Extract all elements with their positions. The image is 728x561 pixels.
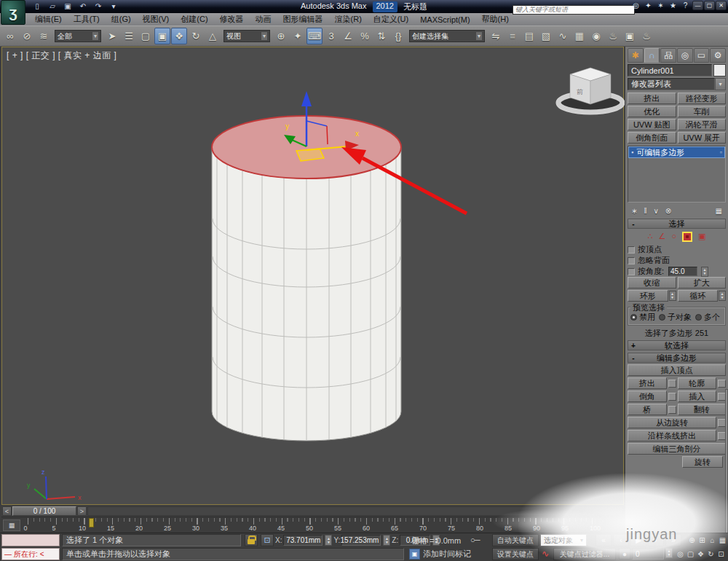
save-file-icon[interactable]: ▣ — [61, 1, 74, 12]
angle-snap-icon[interactable]: ∠ — [340, 28, 356, 44]
render-setup-icon[interactable]: ♨ — [605, 28, 621, 44]
menu-group[interactable]: 组(G) — [106, 13, 137, 26]
unlink-selection-icon[interactable]: ⊘ — [19, 28, 35, 44]
help-icon[interactable]: ? — [681, 1, 690, 9]
schematic-view-icon[interactable]: ▦ — [571, 28, 587, 44]
outline-button[interactable]: 轮廓 — [678, 377, 717, 389]
angle-value-field[interactable]: 45.0 — [668, 267, 697, 276]
make-unique-icon[interactable]: ∨ — [654, 207, 659, 215]
search-icon[interactable]: ◎ — [631, 1, 641, 9]
x-spinner[interactable] — [325, 535, 332, 546]
close-button[interactable]: ✕ — [716, 1, 727, 10]
menu-help[interactable]: 帮助(H) — [476, 13, 515, 26]
maximize-button[interactable]: ▢ — [704, 1, 715, 10]
maxscript-listener-line[interactable]: — 所在行: < — [1, 548, 60, 560]
key-mode-toggle-icon[interactable]: ● — [619, 548, 630, 560]
select-by-name-icon[interactable]: ☰ — [121, 28, 137, 44]
by-angle-checkbox[interactable]: 按角度: 45.0 — [628, 266, 726, 277]
stack-item-status-icon[interactable]: ▫ — [720, 149, 722, 156]
modifier-optimize-button[interactable]: 优化 — [628, 106, 676, 117]
menu-modifiers[interactable]: 修改器 — [214, 13, 250, 26]
mirror-icon[interactable]: ⇋ — [488, 28, 504, 44]
menu-create[interactable]: 创建(C) — [175, 13, 213, 26]
menu-maxscript[interactable]: MAXScript(M) — [414, 13, 475, 26]
next-frame-step-button[interactable]: > — [77, 506, 87, 516]
modifier-path-deform-button[interactable]: 路径变形 — [678, 93, 727, 104]
select-object-icon[interactable]: ➤ — [104, 28, 120, 44]
maximize-viewport-icon[interactable]: ⊡ — [716, 548, 726, 560]
infocenter-search-input[interactable] — [513, 5, 635, 15]
tab-hierarchy[interactable]: 品 — [660, 48, 676, 63]
curve-editor-icon[interactable]: ∿ — [555, 28, 571, 44]
ring-button[interactable]: 环形 — [628, 290, 668, 302]
key-selection-dropdown[interactable]: 选定对象 — [540, 534, 587, 546]
extrude-button[interactable]: 挤出 — [628, 377, 667, 389]
viewcube[interactable]: 前 — [556, 68, 625, 114]
track-bar[interactable]: ▦ 05101520253035404550556065707580859095… — [1, 517, 624, 533]
time-slider[interactable]: < 0 / 100 > — [1, 506, 624, 517]
modifier-stack[interactable]: ▪ 可编辑多边形 ▫ — [628, 146, 726, 203]
loop-button[interactable]: 循环 — [678, 290, 719, 302]
play-icon[interactable]: ▶ — [630, 534, 646, 546]
bridge-button[interactable]: 桥 — [628, 404, 667, 415]
key-filters-button[interactable]: 关键点过滤器... — [553, 548, 616, 560]
y-coordinate-field[interactable]: 157.253mm — [341, 535, 381, 546]
named-selection-sets-dropdown[interactable]: 创建选择集 — [409, 30, 485, 42]
select-and-manipulate-icon[interactable]: ✦ — [290, 28, 306, 44]
modifier-turbosmooth-button[interactable]: 涡轮平滑 — [678, 119, 727, 130]
3dsmax-logo-icon[interactable]: ʒ — [1, 0, 25, 25]
rollout-selection[interactable]: - 选择 — [628, 219, 726, 229]
viewport-label[interactable]: [ + ] [ 正交 ] [ 真实 + 边面 ] — [7, 50, 116, 62]
object-name-field[interactable]: Cylinder001 — [628, 64, 712, 76]
x-coordinate-field[interactable]: 73.701mm — [283, 535, 323, 546]
minimize-button[interactable]: — — [692, 1, 703, 10]
preview-subobject-radio[interactable]: 子对象 — [659, 312, 692, 323]
bind-to-space-warp-icon[interactable]: ≋ — [36, 28, 52, 44]
object-color-swatch[interactable] — [713, 64, 726, 76]
zoom-icon[interactable]: ⊕ — [687, 534, 697, 546]
tab-display[interactable]: ▭ — [694, 48, 710, 63]
select-and-scale-icon[interactable]: △ — [205, 28, 221, 44]
ignore-backfacing-checkbox[interactable]: 忽略背面 — [628, 255, 726, 266]
perspective-viewport[interactable]: y x 前 x y z [ + ] [ 正交 ] [ 真实 + 边面 ] — [1, 47, 624, 505]
radio-icon[interactable] — [695, 314, 702, 321]
stack-subobject-icon[interactable]: ▪ — [631, 149, 633, 156]
by-vertex-checkbox[interactable]: 按顶点 — [628, 244, 726, 255]
frame-spinner[interactable] — [665, 548, 673, 558]
zoom-all-icon[interactable]: ⊞ — [697, 534, 707, 546]
time-tag-icon[interactable]: ▣ — [409, 549, 420, 560]
extrude-along-spline-button[interactable]: 沿样条线挤出 — [628, 430, 716, 442]
border-subobject-icon[interactable]: ○ — [671, 232, 676, 240]
checkbox-icon[interactable] — [628, 246, 635, 254]
menu-edit[interactable]: 编辑(E) — [29, 13, 68, 26]
command-panel-scrollbar[interactable] — [725, 389, 728, 533]
previous-frame-step-button[interactable]: < — [2, 506, 12, 516]
use-pivot-point-center-icon[interactable]: ⊕ — [273, 28, 289, 44]
orbit-icon[interactable]: ↻ — [706, 548, 716, 560]
percent-snap-icon[interactable]: % — [357, 28, 373, 44]
align-icon[interactable]: ≡ — [505, 28, 521, 44]
material-editor-icon[interactable]: ◉ — [588, 28, 604, 44]
modifier-lathe-button[interactable]: 车削 — [678, 106, 727, 117]
menu-graph-editors[interactable]: 图形编辑器 — [277, 13, 329, 26]
layer-manager-icon[interactable]: ▤ — [521, 28, 537, 44]
macro-recorder-field[interactable] — [1, 534, 60, 546]
outline-settings-icon[interactable] — [718, 380, 726, 388]
modifier-bevel-profile-button[interactable]: 倒角剖面 — [628, 132, 676, 144]
menu-views[interactable]: 视图(V) — [137, 13, 175, 26]
modifier-list-arrow-icon[interactable] — [715, 78, 726, 90]
select-and-rotate-icon[interactable]: ↻ — [188, 28, 204, 44]
edit-named-selection-sets-icon[interactable]: {} — [390, 28, 406, 44]
tab-utilities[interactable]: ⚙ — [710, 48, 726, 63]
rollout-edit-polygons[interactable]: - 编辑多边形 — [628, 353, 726, 363]
polygon-subobject-icon[interactable]: ■ — [682, 232, 692, 242]
qat-dropdown-icon[interactable]: ▾ — [107, 1, 120, 12]
menu-animation[interactable]: 动画 — [250, 13, 277, 26]
next-frame-icon[interactable]: › — [648, 534, 664, 546]
viewcube-front-face-label[interactable]: 前 — [577, 88, 583, 95]
checkbox-icon[interactable] — [628, 257, 635, 264]
undo-icon[interactable]: ↶ — [76, 1, 90, 12]
modifier-list-dropdown[interactable]: 修改器列表 — [628, 78, 726, 90]
show-end-result-icon[interactable]: ‖ — [644, 207, 646, 215]
edge-subobject-icon[interactable]: ∠ — [659, 232, 666, 240]
